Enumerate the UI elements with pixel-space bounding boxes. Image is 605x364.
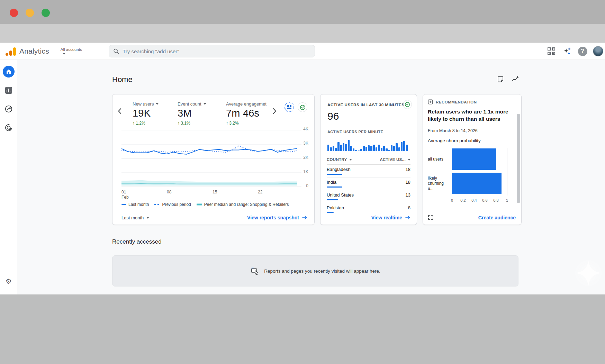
carousel-next-button[interactable] bbox=[271, 107, 278, 115]
nav-home[interactable] bbox=[2, 65, 15, 78]
x-axis-tick: 0.4 bbox=[471, 198, 477, 202]
table-row[interactable]: Pakistan8 bbox=[327, 203, 410, 216]
column-country[interactable]: COUNTRY bbox=[327, 157, 352, 162]
analytics-logo-icon[interactable] bbox=[6, 47, 16, 56]
realtime-card: ACTIVE USERS IN LAST 30 MINUTES 96 ACTIV… bbox=[320, 94, 417, 225]
page-title: Home bbox=[112, 75, 133, 84]
bar-label: all users bbox=[428, 157, 451, 162]
square-plus-icon bbox=[428, 99, 433, 104]
country-usage-bar bbox=[327, 174, 342, 175]
app-name: Analytics bbox=[19, 47, 49, 55]
metric-delta: ↑ 3.2% bbox=[226, 121, 271, 126]
search-bar[interactable] bbox=[109, 45, 315, 57]
active-users-count: 96 bbox=[327, 110, 339, 122]
metric-value: 3M bbox=[178, 108, 223, 119]
column-active-users[interactable]: ACTIVE US... bbox=[380, 157, 410, 162]
country-name: United States bbox=[327, 192, 354, 198]
metric-selector[interactable]: Average engagemet bbox=[226, 101, 271, 107]
country-value: 18 bbox=[406, 180, 410, 185]
metric-selector[interactable]: New users bbox=[133, 101, 178, 107]
table-row[interactable]: Bangladesh18 bbox=[327, 165, 410, 178]
bar-label: likely churning u... bbox=[428, 176, 451, 191]
y-axis-tick: 1K bbox=[299, 169, 308, 174]
country-name: Pakistan bbox=[327, 205, 344, 210]
header-icons: ? bbox=[546, 43, 603, 60]
x-axis-tick: 1 bbox=[506, 198, 508, 202]
country-usage-bar bbox=[327, 212, 334, 213]
insights-icon[interactable] bbox=[511, 75, 520, 84]
gemini-sparkle-icon[interactable] bbox=[562, 46, 572, 56]
legend-label: Peer median and range: Shopping & Retail… bbox=[204, 202, 289, 207]
carousel-prev-button[interactable] bbox=[116, 107, 123, 115]
active-users-per-minute-chart bbox=[327, 139, 408, 151]
metric-event-count: Event count 3M ↑ 3.1% bbox=[178, 101, 223, 126]
benchmarking-badge-icon[interactable] bbox=[285, 102, 294, 112]
explore-icon bbox=[4, 105, 13, 113]
help-icon[interactable]: ? bbox=[577, 46, 588, 56]
recently-accessed-empty-state: Reports and pages you recently visited w… bbox=[112, 255, 518, 286]
country-usage-bar bbox=[327, 186, 342, 188]
churn-chart-title[interactable]: Average churn probability bbox=[428, 138, 481, 144]
metric-delta: ↑ 3.1% bbox=[178, 121, 223, 126]
date-range-selector[interactable]: Last month bbox=[121, 215, 149, 220]
recommendation-card: RECOMMENDATION Retain users who are 1.1x… bbox=[423, 94, 522, 225]
y-axis-tick: 3K bbox=[299, 141, 308, 146]
screen: Analytics All accounts bbox=[0, 0, 605, 364]
account-selector[interactable]: All accounts bbox=[61, 47, 82, 55]
metric-delta: ↑ 1.2% bbox=[133, 121, 178, 126]
churn-probability-chart: all users likely churning u... 0 0.2 0.4 bbox=[428, 147, 514, 207]
header-divider bbox=[55, 46, 55, 56]
recommendation-date-range: From March 8 to 14, 2026 bbox=[428, 128, 478, 133]
expand-icon[interactable] bbox=[428, 215, 434, 220]
realtime-title: ACTIVE USERS IN LAST 30 MINUTES bbox=[327, 103, 404, 108]
table-row[interactable]: India18 bbox=[327, 178, 410, 190]
chevron-down-icon bbox=[349, 159, 352, 161]
scrollbar[interactable] bbox=[517, 114, 520, 203]
chevron-down-icon bbox=[204, 103, 206, 105]
per-minute-label: ACTIVE USERS PER MINUTE bbox=[327, 130, 383, 134]
chevron-down-icon bbox=[63, 53, 65, 55]
user-avatar[interactable] bbox=[593, 46, 603, 56]
admin-settings-icon[interactable]: ⚙ bbox=[0, 277, 17, 285]
country-name: India bbox=[327, 180, 336, 185]
chevron-down-icon bbox=[408, 159, 410, 161]
table-row[interactable]: United States13 bbox=[327, 190, 410, 203]
legend-swatch-solid bbox=[121, 204, 126, 205]
minimize-window-button[interactable] bbox=[26, 9, 34, 17]
close-window-button[interactable] bbox=[10, 9, 18, 17]
y-axis-tick: 0 bbox=[299, 183, 308, 188]
create-audience-link[interactable]: Create audience bbox=[478, 215, 516, 220]
account-selector-label: All accounts bbox=[61, 47, 82, 52]
search-icon bbox=[113, 48, 119, 54]
recommendation-tag: RECOMMENDATION bbox=[436, 100, 477, 104]
data-quality-check-icon[interactable] bbox=[403, 100, 412, 109]
search-input[interactable] bbox=[123, 48, 310, 54]
x-axis-tick: 0.6 bbox=[482, 198, 487, 202]
sparkle-decoration bbox=[575, 260, 602, 288]
chevron-down-icon bbox=[146, 217, 149, 219]
home-snapshot-card: New users 19K ↑ 1.2% Event count 3M ↑ 3.… bbox=[112, 94, 315, 225]
notes-icon[interactable] bbox=[496, 75, 505, 84]
country-name: Bangladesh bbox=[327, 167, 351, 172]
nav-explore[interactable] bbox=[2, 103, 15, 115]
apps-grid-icon[interactable] bbox=[546, 46, 557, 56]
advertising-icon bbox=[4, 124, 13, 132]
legend-swatch-band bbox=[197, 203, 202, 206]
metric-new-users: New users 19K ↑ 1.2% bbox=[133, 101, 178, 126]
zoom-window-button[interactable] bbox=[42, 9, 50, 17]
country-value: 18 bbox=[406, 167, 410, 172]
gridline bbox=[507, 148, 507, 195]
x-axis-tick: 0 bbox=[451, 198, 453, 202]
metric-selector[interactable]: Event count bbox=[178, 101, 223, 107]
data-quality-check-icon[interactable] bbox=[298, 102, 307, 112]
legend-label: Last month bbox=[128, 202, 149, 207]
legend-swatch-dashed bbox=[154, 204, 160, 205]
view-reports-snapshot-link[interactable]: View reports snapshot bbox=[247, 215, 307, 220]
country-value: 8 bbox=[408, 205, 410, 210]
nav-reports[interactable] bbox=[2, 84, 15, 97]
metric-value: 19K bbox=[133, 108, 178, 119]
left-nav-sidebar: ⚙ bbox=[0, 60, 17, 294]
view-realtime-link[interactable]: View realtime bbox=[371, 215, 410, 220]
nav-advertising[interactable] bbox=[2, 121, 15, 134]
recommendation-title: Retain users who are 1.1x more likely to… bbox=[428, 108, 512, 123]
